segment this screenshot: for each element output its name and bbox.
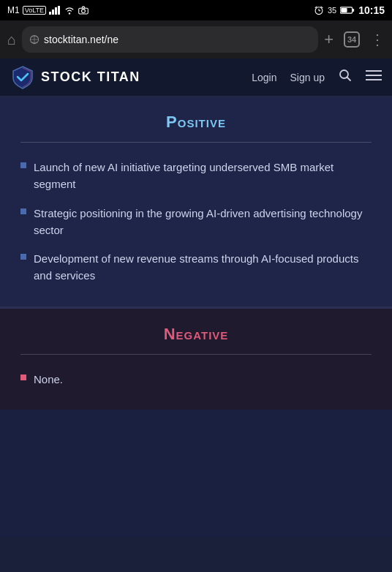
new-tab-button[interactable]: +: [324, 30, 333, 49]
negative-card: Negative None.: [0, 309, 392, 410]
wifi-icon: [64, 6, 75, 15]
status-right: 35 10:15: [314, 4, 385, 16]
home-icon[interactable]: ⌂: [7, 31, 16, 48]
alarm-icon: [314, 5, 324, 15]
list-item: Development of new revenue streams throu…: [20, 250, 372, 285]
nav-actions: Login Sign up: [252, 68, 382, 86]
carrier-label: M1: [7, 5, 20, 15]
negative-title: Negative: [20, 325, 372, 344]
browser-bar: ⌂ stocktitan.net/ne + 34 ⋮: [0, 20, 392, 59]
status-left: M1 VoLTE: [7, 5, 88, 15]
signal-icon: [49, 6, 61, 15]
list-item: Strategic positioning in the growing AI-…: [20, 205, 372, 239]
login-button[interactable]: Login: [252, 72, 276, 83]
positive-item-2: Strategic positioning in the growing AI-…: [34, 205, 372, 239]
nav-bar: STOCK TITAN Login Sign up: [0, 59, 392, 97]
positive-card: Positive Launch of new AI initiative tar…: [0, 97, 392, 309]
bullet-icon: [20, 208, 26, 214]
volte-badge: VoLTE: [23, 6, 46, 15]
svg-point-4: [69, 12, 70, 14]
camera-icon: [78, 6, 88, 15]
positive-title: Positive: [20, 113, 372, 132]
url-text: stocktitan.net/ne: [44, 34, 311, 45]
svg-line-17: [347, 78, 351, 81]
svg-rect-3: [58, 6, 60, 15]
nav-logo: STOCK TITAN: [10, 65, 252, 90]
time-label: 10:15: [358, 4, 385, 16]
svg-rect-2: [55, 7, 57, 15]
list-item: None.: [20, 371, 372, 388]
svg-rect-11: [353, 9, 354, 12]
hamburger-menu-icon[interactable]: [366, 69, 382, 85]
svg-rect-1: [52, 10, 54, 15]
url-box[interactable]: stocktitan.net/ne: [22, 26, 318, 53]
battery-icon: [340, 6, 355, 15]
logo-icon: [10, 65, 35, 90]
bullet-icon: [20, 375, 26, 380]
site-security-icon: [29, 34, 39, 45]
browser-actions: + 34 ⋮: [324, 30, 385, 49]
status-bar: M1 VoLTE 35: [0, 0, 392, 20]
list-item: Launch of new AI initiative targeting un…: [20, 159, 372, 193]
signup-button[interactable]: Sign up: [290, 72, 325, 83]
negative-divider: [20, 354, 372, 355]
battery-label: 35: [328, 6, 336, 15]
tab-count[interactable]: 34: [344, 31, 360, 48]
positive-item-1: Launch of new AI initiative targeting un…: [34, 159, 372, 193]
svg-point-6: [82, 10, 86, 13]
more-menu-button[interactable]: ⋮: [370, 31, 385, 48]
negative-bullet-list: None.: [20, 371, 372, 388]
positive-item-3: Development of new revenue streams throu…: [34, 250, 372, 285]
negative-item-1: None.: [34, 371, 63, 388]
svg-rect-12: [341, 8, 347, 12]
bullet-icon: [20, 254, 26, 260]
site-title: STOCK TITAN: [41, 69, 140, 85]
positive-bullet-list: Launch of new AI initiative targeting un…: [20, 159, 372, 285]
svg-rect-0: [49, 12, 51, 15]
positive-divider: [20, 142, 372, 143]
main-content: Positive Launch of new AI initiative tar…: [0, 97, 392, 537]
bullet-icon: [20, 162, 26, 168]
search-icon[interactable]: [338, 68, 353, 86]
